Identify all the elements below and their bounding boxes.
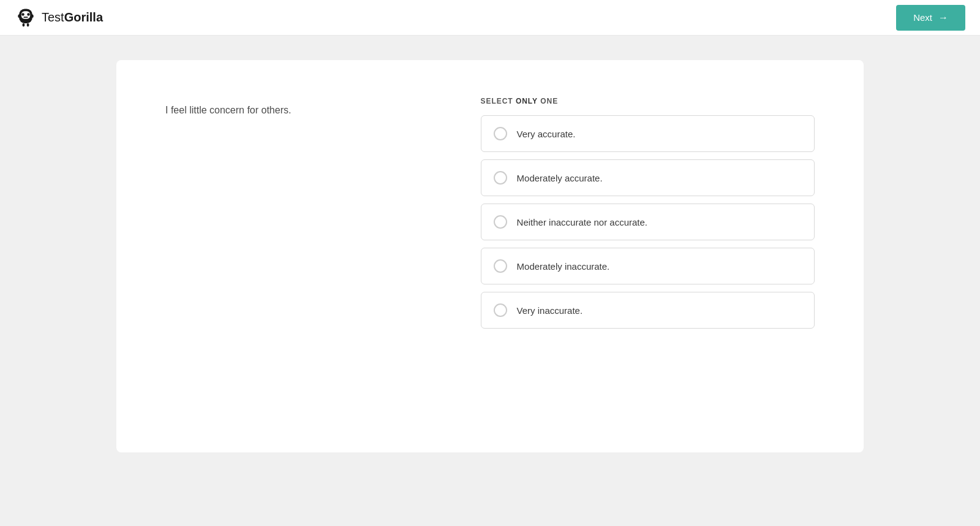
option-moderately-inaccurate-label: Moderately inaccurate. <box>517 261 610 272</box>
right-panel: SELECT ONLY ONE Very accurate. Moderatel… <box>481 97 815 416</box>
option-moderately-inaccurate[interactable]: Moderately inaccurate. <box>481 248 815 284</box>
next-button-label: Next <box>913 12 932 23</box>
svg-rect-8 <box>27 23 29 26</box>
option-moderately-accurate[interactable]: Moderately accurate. <box>481 159 815 196</box>
main-content: I feel little concern for others. SELECT… <box>0 36 980 526</box>
svg-rect-4 <box>23 17 28 18</box>
radio-moderately-inaccurate <box>494 259 507 273</box>
svg-point-2 <box>21 13 24 16</box>
header: TestGorilla Next → <box>0 0 980 36</box>
svg-rect-7 <box>23 23 25 26</box>
left-panel: I feel little concern for others. <box>165 97 444 416</box>
svg-point-3 <box>27 13 30 16</box>
radio-very-accurate <box>494 127 507 140</box>
testgorilla-logo-icon <box>15 7 37 29</box>
option-very-accurate-label: Very accurate. <box>517 129 576 139</box>
radio-neither <box>494 215 507 229</box>
svg-rect-6 <box>31 14 34 17</box>
logo: TestGorilla <box>15 7 103 29</box>
question-card: I feel little concern for others. SELECT… <box>116 60 864 452</box>
select-label: SELECT ONLY ONE <box>481 97 815 105</box>
arrow-right-icon: → <box>938 12 948 23</box>
svg-rect-5 <box>18 14 20 17</box>
logo-text: TestGorilla <box>42 10 103 25</box>
option-moderately-accurate-label: Moderately accurate. <box>517 173 603 183</box>
next-button[interactable]: Next → <box>896 5 965 31</box>
radio-moderately-accurate <box>494 171 507 185</box>
option-neither-label: Neither inaccurate nor accurate. <box>517 217 647 227</box>
option-very-inaccurate-label: Very inaccurate. <box>517 305 583 316</box>
radio-very-inaccurate <box>494 303 507 317</box>
option-very-accurate[interactable]: Very accurate. <box>481 115 815 152</box>
question-text: I feel little concern for others. <box>165 103 291 118</box>
option-neither[interactable]: Neither inaccurate nor accurate. <box>481 204 815 240</box>
option-very-inaccurate[interactable]: Very inaccurate. <box>481 292 815 329</box>
